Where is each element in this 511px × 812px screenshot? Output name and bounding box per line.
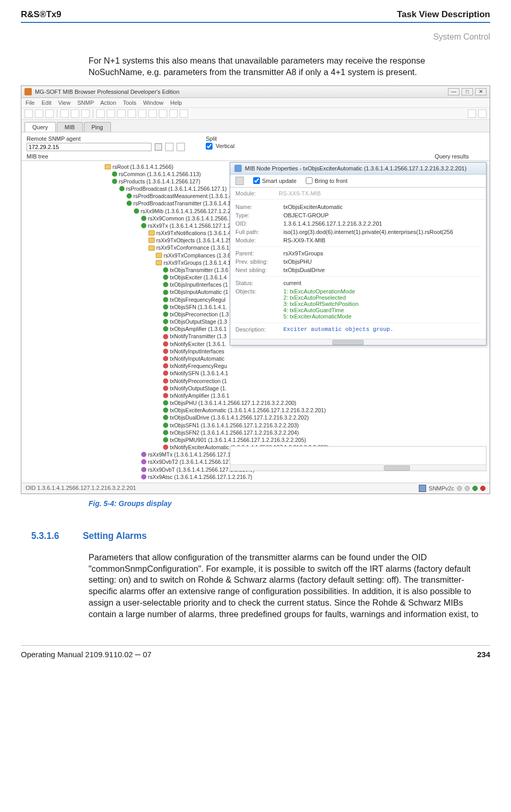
dropdown-icon[interactable] — [155, 143, 162, 151]
maximize-button[interactable]: □ — [462, 88, 473, 95]
status-bar: OID 1.3.6.1.4.1.2566.127.1.2.216.3.2.2.2… — [21, 483, 490, 494]
tree-node-label: rsRoot (1.3.6.1.4.1.2566) — [113, 163, 173, 170]
toolbar-button[interactable] — [117, 109, 126, 118]
toolbar-button[interactable] — [468, 109, 476, 118]
toolbar — [21, 108, 490, 120]
prop-value: current — [283, 280, 301, 286]
node-icon — [112, 171, 117, 177]
toolbar-button[interactable] — [138, 109, 146, 118]
status-dot-red — [480, 486, 485, 491]
toolbar-button[interactable] — [24, 109, 33, 118]
node-icon — [141, 216, 146, 221]
node-icon — [163, 319, 168, 324]
toolbar-button[interactable] — [478, 109, 487, 118]
tree-node[interactable]: txNotifyFrequencyRegu — [105, 362, 329, 370]
tree-node[interactable]: txObjsExciterAutomatic (1.3.6.1.4.1.2566… — [105, 407, 329, 414]
tab-mib[interactable]: MIB — [57, 122, 83, 132]
vertical-checkbox[interactable] — [206, 143, 213, 150]
tree-node[interactable]: txNotifyOutputStage (1. — [105, 385, 329, 392]
tree-node-label: txNotifyInputInterfaces — [170, 348, 224, 355]
status-dot-green — [472, 486, 478, 491]
toolbar-button[interactable] — [159, 109, 167, 118]
toolbar-button[interactable] — [60, 109, 69, 118]
action-icon[interactable] — [177, 143, 185, 151]
bring-front-label: Bring to front — [315, 178, 347, 184]
horizontal-scrollbar[interactable] — [230, 464, 486, 471]
action-icon[interactable] — [165, 143, 173, 151]
properties-title: MIB Node Properties - txObjsExciterAutom… — [245, 165, 467, 171]
toolbar-button[interactable] — [128, 109, 136, 118]
toolbar-button[interactable] — [169, 109, 178, 118]
vertical-label: Vertical — [216, 143, 234, 149]
node-icon — [163, 423, 168, 428]
tree-node[interactable]: txObjsPMU901 (1.3.6.1.4.1.2566.127.1.2.2… — [105, 436, 329, 444]
remote-agent-input[interactable] — [27, 143, 152, 151]
tree-node-label: rsXx9Tx (1.3.6.1.4.1.2566.127.1.2. — [148, 222, 232, 229]
tree-node[interactable]: txObjsSFN2 (1.3.6.1.4.1.2566.127.1.2.216… — [105, 429, 329, 436]
tree-node-label: rsProdBroadcast (1.3.6.1.4.1.2566.127.1) — [126, 185, 227, 192]
tree-node[interactable]: txObjsDualDrive (1.3.6.1.4.1.2566.127.1.… — [105, 414, 329, 421]
node-icon — [163, 282, 168, 287]
prop-value: Exciter automatic objects group. — [283, 326, 393, 333]
node-icon — [127, 201, 132, 206]
node-icon — [163, 267, 168, 273]
node-icon — [163, 437, 168, 442]
tree-node[interactable]: txNotifyInputAutomatic — [105, 355, 329, 362]
tree-node[interactable]: txNotifyInputInterfaces — [105, 348, 329, 355]
toolbar-button[interactable] — [45, 109, 54, 118]
tree-node[interactable]: txNotifyPrecorrection (1 — [105, 377, 329, 385]
tree-node-label: txObjsInputAutomatic (1 — [170, 288, 228, 296]
toolbar-button[interactable] — [96, 109, 105, 118]
node-icon — [141, 452, 146, 457]
tree-node-label: rsXx9Common (1.3.6.1.4.1.2566.12 — [148, 215, 234, 222]
tree-node[interactable]: txObjsPHU (1.3.6.1.4.1.2566.127.1.2.216.… — [105, 399, 329, 407]
node-icon — [163, 415, 168, 420]
tree-node-label: txObjsExciterAutomatic (1.3.6.1.4.1.2566… — [170, 407, 326, 414]
tab-query[interactable]: Query — [24, 122, 56, 132]
tree-node-label: txNotifyExciter (1.3.6.1. — [170, 340, 227, 348]
prop-value: txObjsExciterAutomatic — [283, 204, 343, 210]
query-results-label: Query results — [435, 153, 484, 159]
section-number: 5.3.1.6 — [31, 531, 80, 542]
horizontal-scrollbar[interactable] — [230, 339, 486, 345]
close-button[interactable]: ✕ — [475, 88, 487, 95]
node-icon — [163, 400, 168, 405]
split-label: Split — [206, 136, 234, 142]
prop-key: Next sibling: — [235, 267, 283, 273]
header-sub: System Control — [21, 32, 490, 42]
toolbar-button[interactable] — [35, 109, 43, 118]
tree-node-label: txObjsDualDrive (1.3.6.1.4.1.2566.127.1.… — [170, 414, 309, 421]
tree-node[interactable]: rsXx9Atsc (1.3.6.1.4.1.2566.127.1.2.216.… — [105, 473, 329, 481]
node-icon — [163, 334, 168, 339]
menubar[interactable]: File Edit View SNMP Action Tools Window … — [21, 98, 490, 108]
tree-node[interactable]: txObjsSFN1 (1.3.6.1.4.1.2566.127.1.2.216… — [105, 422, 329, 429]
node-icon — [163, 341, 168, 347]
header-right: Task View Description — [397, 9, 490, 20]
mib-tree-label: MIB tree — [27, 153, 48, 159]
tree-node-label: rsCommon (1.3.6.1.4.1.2566.113) — [119, 170, 201, 178]
node-icon — [141, 467, 146, 472]
tree-node-label: txObjsFrequencyRegul — [170, 296, 226, 303]
app-icon — [24, 88, 32, 95]
minimize-button[interactable]: — — [448, 88, 459, 95]
tree-node-label: txNotifyPrecorrection (1 — [170, 377, 227, 385]
pin-icon[interactable] — [235, 177, 244, 185]
toolbar-button[interactable] — [148, 109, 157, 118]
prop-value: rsXx9TxGroups — [283, 250, 323, 256]
tree-node[interactable]: txNotifySFN (1.3.6.1.4.1 — [105, 370, 329, 377]
toolbar-button[interactable] — [107, 109, 115, 118]
module-label: Module: — [235, 190, 277, 196]
node-icon — [163, 371, 168, 376]
toolbar-button[interactable] — [81, 109, 90, 118]
prop-key: Parent: — [235, 250, 283, 256]
toolbar-button[interactable] — [71, 109, 79, 118]
folder-icon — [148, 245, 155, 251]
bring-front-checkbox[interactable] — [306, 177, 313, 184]
tab-ping[interactable]: Ping — [84, 122, 111, 132]
window-title: MG-SOFT MIB Browser Professional Develop… — [35, 89, 180, 95]
toolbar-button[interactable] — [180, 109, 188, 118]
properties-body: Name:txObjsExciterAutomaticType:OBJECT-G… — [230, 200, 486, 339]
node-icon — [163, 393, 168, 398]
smart-update-checkbox[interactable] — [253, 177, 260, 184]
tree-node[interactable]: txNotifyAmplifier (1.3.6.1 — [105, 392, 329, 399]
